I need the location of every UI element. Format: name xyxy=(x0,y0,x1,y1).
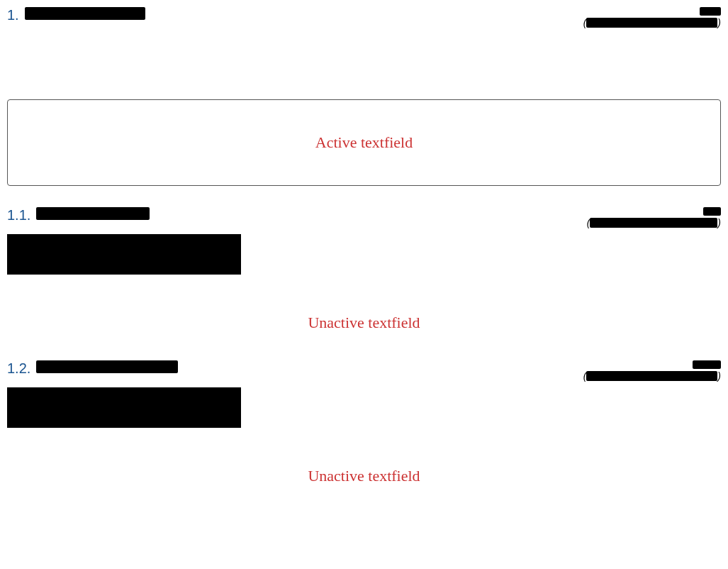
redacted-top-1 xyxy=(700,7,721,16)
redacted-top-1-1 xyxy=(703,207,721,216)
section-1-1-right: ( ) xyxy=(587,207,721,228)
section-1-1-number: 1.1. xyxy=(7,207,30,223)
section-1-2-number: 1.2. xyxy=(7,360,30,377)
paren-close-1-2: ) xyxy=(717,370,721,382)
redacted-sub-1-2-wrap: ( ) xyxy=(583,370,721,382)
section-1-2: 1.2. ( ) Unactive textfield xyxy=(7,360,721,485)
section-1-1: 1.1. ( ) Unactive textfield xyxy=(7,207,721,332)
unactive-textfield-1-label: Unactive textfield xyxy=(308,314,420,332)
redacted-sub-1-2 xyxy=(586,371,717,381)
redacted-title-1 xyxy=(25,7,145,20)
section-1-left: 1. xyxy=(7,7,145,23)
redacted-title-1-1 xyxy=(36,207,150,220)
section-1-2-left: 1.2. xyxy=(7,360,178,377)
redacted-block-1-1 xyxy=(7,234,241,275)
section-1: 1. ( ) Active textfield xyxy=(7,7,721,186)
redacted-top-1-2 xyxy=(693,360,721,369)
section-1-header: 1. ( ) xyxy=(7,7,721,28)
section-1-2-header: 1.2. ( ) xyxy=(7,360,721,382)
active-textfield-label: Active textfield xyxy=(315,133,413,152)
redacted-block-1-2 xyxy=(7,387,241,428)
redacted-title-1-2 xyxy=(36,360,178,373)
section-1-number: 1. xyxy=(7,7,19,23)
unactive-textfield-1: Unactive textfield xyxy=(7,314,721,332)
unactive-textfield-2: Unactive textfield xyxy=(7,467,721,485)
section-1-2-right: ( ) xyxy=(583,360,721,382)
section-1-right: ( ) xyxy=(583,7,721,28)
section-1-1-left: 1.1. xyxy=(7,207,150,223)
redacted-sub-1-1-wrap: ( ) xyxy=(587,217,721,228)
unactive-textfield-2-label: Unactive textfield xyxy=(308,467,420,485)
redacted-sub-1 xyxy=(586,18,717,28)
redacted-sub-1-wrap: ( ) xyxy=(583,17,721,28)
section-1-1-header: 1.1. ( ) xyxy=(7,207,721,228)
paren-close-1-1: ) xyxy=(717,217,721,228)
redacted-sub-1-1 xyxy=(590,218,717,228)
active-textfield[interactable]: Active textfield xyxy=(7,99,721,186)
paren-close-1: ) xyxy=(717,17,721,28)
